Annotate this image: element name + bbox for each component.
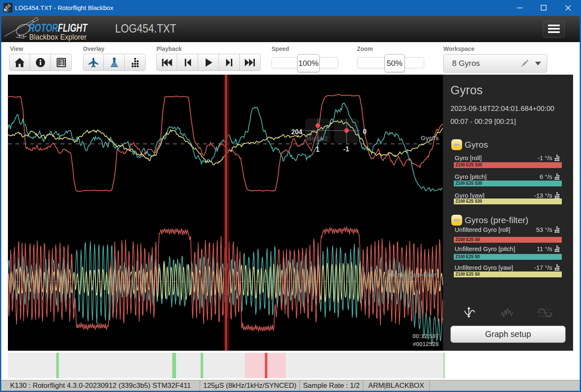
svg-text:R: R [4,8,7,13]
svg-text:F: F [7,8,10,13]
